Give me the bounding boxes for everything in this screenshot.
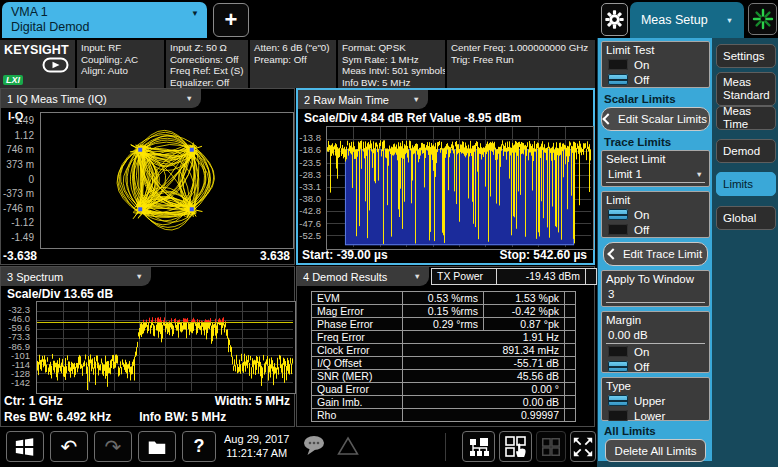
limit-on-option[interactable]: On (606, 207, 705, 222)
limit-test-title: Limit Test (606, 44, 705, 57)
apply-to-window-value: 3 (608, 288, 614, 300)
y-tick-label: -28.3 (299, 170, 321, 180)
window-demod-results[interactable]: 4 Demod Results ▼ TX Power -19.43 dBm EV… (296, 266, 595, 427)
measurement-tab-vma1[interactable]: VMA 1 Digital Demod ▼ (2, 2, 207, 38)
raw-start-label: Start: -39.00 µs (302, 248, 388, 262)
edit-trace-limit-button[interactable]: Edit Trace Limit (603, 242, 708, 266)
header-field: Info BW: 5 MHz (342, 77, 441, 89)
redo-button[interactable]: ↷ (94, 431, 132, 462)
tx-power-stub-cell (585, 268, 597, 285)
panel-title-spectrum: 3 Spectrum (7, 271, 63, 283)
tab-meas-standard[interactable]: Meas Standard (716, 72, 776, 106)
header-field: Equalizer: Off (170, 77, 244, 89)
demod-table-cell (564, 317, 576, 331)
spectrum-scale-line: Scale/Div 13.65 dB (7, 287, 113, 301)
margin-off-option[interactable]: Off (606, 359, 705, 374)
apply-to-window-group[interactable]: Apply To Window 3 (601, 270, 710, 307)
demod-table-row: I/Q Offset-55.71 dB (311, 356, 576, 370)
y-tick-label: -1.12 (11, 218, 34, 228)
demod-table-cell (564, 369, 576, 383)
chat-bubble-icon (302, 435, 328, 457)
limit-test-off-option[interactable]: Off (606, 72, 705, 87)
lxi-badge: LXI (3, 75, 23, 85)
meas-setup-menu-tab[interactable]: Meas Setup ▼ (630, 2, 744, 38)
limit-off-option[interactable]: Off (606, 222, 705, 237)
window-grid-button[interactable] (536, 431, 566, 462)
demod-results-table: EVM0.53 %rms1.53 %pkMag Error0.15 %rms-0… (311, 292, 576, 422)
file-explorer-button[interactable] (138, 431, 176, 462)
margin-title: Margin (606, 314, 705, 327)
delete-all-limits-button[interactable]: Delete All Limits (605, 439, 706, 462)
tab-global[interactable]: Global (716, 206, 776, 230)
demod-table-row: Mag Error0.15 %rms-0.42 %pk (311, 304, 576, 318)
demod-table-cell: 0.00 dB (402, 395, 565, 409)
block-diagram-button[interactable] (462, 431, 495, 462)
window-select-icon (504, 435, 528, 459)
panel-title-dropdown-raw[interactable]: 2 Raw Main Time ▼ (298, 90, 428, 109)
demod-table-cell: Mag Error (311, 304, 403, 318)
margin-on-option[interactable]: On (606, 344, 705, 359)
add-measurement-button[interactable]: + (213, 3, 249, 37)
select-limit-group[interactable]: Select Limit Limit 1 ▼ (601, 150, 710, 187)
panel-title-dropdown-demod[interactable]: 4 Demod Results ▼ (297, 267, 429, 286)
window-spectrum[interactable]: 3 Spectrum ▼ Scale/Div 13.65 dB -32.3-46… (0, 266, 295, 427)
tab-meas-time[interactable]: Meas Time (716, 106, 776, 130)
radio-indicator (608, 59, 628, 70)
windows-icon (14, 436, 36, 458)
y-tick-label: -52.5 (299, 231, 321, 241)
starburst-icon (752, 8, 774, 30)
demod-table-cell: Quad Error (311, 382, 403, 396)
header-field: Coupling: AC (81, 54, 160, 66)
y-tick-label: -142 (11, 378, 30, 388)
tab-demod[interactable]: Demod (716, 139, 776, 163)
messages-button[interactable] (302, 435, 328, 461)
iq-plot-area[interactable] (40, 112, 294, 249)
spectrum-y-axis-ticks: -32.3-46.0-59.6-73.3-86.9-101-114-128-14… (1, 301, 33, 392)
panel-title-raw: 2 Raw Main Time (304, 94, 389, 106)
demod-table-cell (564, 291, 576, 305)
window-iq-meas-time[interactable]: 1 IQ Meas Time (IQ) ▼ I-Q 1.491.12746 m3… (0, 88, 295, 265)
meas-setup-limits-panel: Limit Test On Off Scalar Limits Edit Sca… (597, 38, 712, 461)
window-grid-icon (540, 436, 562, 458)
y-tick-label: 0 (28, 175, 34, 185)
demod-table-cell: Rho (311, 408, 403, 422)
select-limit-dropdown[interactable]: Limit 1 ▼ (606, 168, 705, 183)
date-text: Aug 29, 2017 (224, 432, 289, 446)
spectrum-canvas (37, 302, 293, 391)
limit-test-on-option[interactable]: On (606, 57, 705, 72)
radio-indicator (608, 361, 628, 372)
spectrum-center-label: Ctr: 1 GHz (4, 394, 63, 408)
chevron-down-icon: ▼ (191, 9, 199, 18)
y-tick-label: -47.6 (299, 219, 321, 229)
demod-table-cell: 0.87 °pk (483, 317, 565, 331)
margin-field[interactable]: 0.00 dB (606, 329, 705, 344)
tab-settings[interactable]: Settings (716, 44, 776, 68)
type-lower-option[interactable]: Lower (606, 408, 705, 423)
header-field: Trig: Free Run (451, 54, 591, 66)
help-button[interactable]: ? (182, 431, 216, 462)
apply-to-window-field[interactable]: 3 (606, 288, 705, 303)
panel-title-dropdown-iq[interactable]: 1 IQ Meas Time (IQ) ▼ (1, 89, 201, 108)
raw-y-axis-ticks: -13.8-18.6-23.5-28.3-33.1-38.0-42.8-47.6… (298, 126, 324, 248)
system-settings-button[interactable] (601, 3, 628, 36)
header-segment: Format: QPSKSym Rate: 1 MHzMeas Intvl: 5… (338, 40, 445, 88)
panel-title-dropdown-spectrum[interactable]: 3 Spectrum ▼ (1, 267, 151, 286)
demod-table-cell: 0.00 ° (402, 382, 565, 396)
header-field: Sym Rate: 1 MHz (342, 54, 441, 66)
vma-app-window: VMA 1 Digital Demod ▼ + (0, 0, 778, 467)
type-upper-option[interactable]: Upper (606, 393, 705, 408)
y-tick-label: 746 m (6, 145, 34, 155)
edit-scalar-limits-button[interactable]: Edit Scalar Limits (601, 107, 710, 131)
tx-power-header: TX Power -19.43 dBm (431, 268, 597, 285)
windows-start-button[interactable] (6, 431, 44, 462)
demod-table-cell (564, 330, 576, 344)
tab-limits[interactable]: Limits (716, 172, 776, 196)
busy-indicator-button[interactable] (748, 3, 777, 35)
window-select-button[interactable] (499, 431, 532, 462)
raw-plot-area[interactable] (326, 126, 594, 250)
datetime-display[interactable]: Aug 29, 2017 11:21:47 AM (224, 432, 289, 460)
fullscreen-button[interactable] (570, 431, 596, 462)
spectrum-plot-area[interactable] (36, 301, 296, 394)
undo-button[interactable]: ↶ (50, 431, 88, 462)
window-raw-main-time[interactable]: 2 Raw Main Time ▼ Scale/Div 4.84 dB Ref … (296, 88, 595, 265)
